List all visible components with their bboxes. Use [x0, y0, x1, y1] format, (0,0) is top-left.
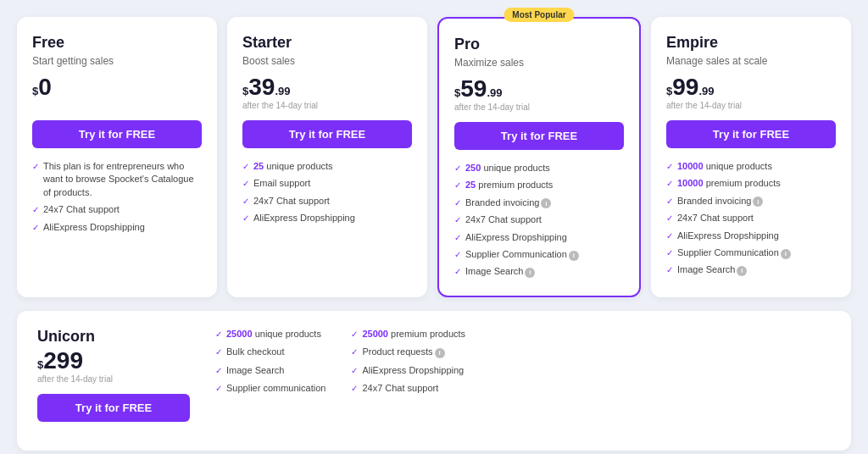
price-amount: 0 [38, 75, 52, 99]
plan-name-starter: Starter [242, 34, 412, 52]
price-amount: 99 [672, 75, 698, 99]
price-note: after the 14-day trial [242, 101, 412, 110]
check-icon: ✓ [32, 161, 39, 173]
feature-text: 24x7 Chat support [465, 213, 542, 226]
price-amount: 39 [248, 75, 275, 99]
check-icon: ✓ [666, 264, 673, 276]
feature-item: ✓24x7 Chat support [666, 212, 836, 224]
feature-item: ✓Image Searchi [454, 265, 624, 278]
unicorn-cta-button[interactable]: Try it for FREE [37, 394, 190, 422]
feature-text: Supplier Communicationi [677, 246, 791, 259]
check-icon: ✓ [351, 365, 358, 377]
feature-item: ✓Image Searchi [666, 263, 836, 276]
unicorn-dollar: $ [37, 359, 43, 370]
feature-item: ✓Branded invoicingi [666, 195, 836, 208]
cta-button-empire[interactable]: Try it for FREE [666, 120, 836, 148]
info-icon[interactable]: i [737, 266, 747, 276]
feature-text: 250 unique products [465, 162, 550, 174]
info-icon[interactable]: i [569, 251, 579, 261]
unicorn-left-section: Unicorn $ 299 after the 14-day trial Try… [37, 328, 190, 434]
info-icon[interactable]: i [753, 197, 763, 207]
price-cents: .99 [698, 85, 714, 97]
feature-item: ✓AliExpress Dropshipping [454, 231, 624, 244]
feature-list-pro: ✓250 unique products✓25 premium products… [454, 162, 624, 279]
price-note [32, 101, 202, 110]
price-dollar: $ [666, 86, 672, 97]
feature-item: ✓Supplier Communicationi [666, 246, 836, 259]
feature-item: ✓Supplier Communicationi [454, 248, 624, 261]
most-popular-badge: Most Popular [504, 8, 574, 22]
price-dollar: $ [454, 87, 460, 98]
check-icon: ✓ [351, 329, 358, 340]
feature-text: This plan is for entrepreneurs who want … [43, 160, 202, 199]
check-icon: ✓ [32, 204, 39, 216]
highlight-text: 10000 [677, 178, 704, 188]
feature-item: ✓Email support [242, 177, 412, 190]
feature-text: Supplier Communicationi [465, 248, 579, 261]
unicorn-features-col1: ✓25000 unique products✓Bulk checkout✓Ima… [215, 328, 326, 396]
feature-item: ✓24x7 Chat support [242, 195, 412, 208]
feature-item: ✓24x7 Chat support [454, 213, 624, 226]
price-note: after the 14-day trial [454, 102, 624, 112]
plan-name-empire: Empire [666, 34, 836, 52]
feature-text: Image Searchi [677, 263, 747, 276]
cta-button-pro[interactable]: Try it for FREE [454, 122, 624, 150]
check-icon: ✓ [351, 346, 358, 358]
info-icon[interactable]: i [781, 249, 791, 259]
plan-tagline-empire: Manage sales at scale [666, 55, 836, 67]
check-icon: ✓ [454, 232, 461, 244]
feature-text: 24x7 Chat support [253, 195, 330, 208]
check-icon: ✓ [454, 180, 461, 191]
unicorn-price-note: after the 14-day trial [37, 374, 190, 384]
info-icon[interactable]: i [525, 268, 535, 278]
feature-item: ✓AliExpress Dropshipping [666, 230, 836, 242]
info-icon[interactable]: i [435, 348, 445, 358]
price-note: after the 14-day trial [666, 101, 836, 110]
cta-button-free[interactable]: Try it for FREE [32, 120, 202, 148]
check-icon: ✓ [215, 365, 222, 377]
feature-text: 25000 premium products [362, 328, 465, 340]
check-icon: ✓ [242, 213, 249, 224]
highlight-text: 25000 [226, 329, 253, 339]
highlight-text: 250 [465, 163, 481, 173]
check-icon: ✓ [666, 178, 673, 190]
feature-text: 24x7 Chat support [362, 382, 438, 395]
feature-item: ✓250 unique products [454, 162, 624, 174]
check-icon: ✓ [32, 222, 39, 234]
feature-text: 24x7 Chat support [677, 212, 754, 224]
feature-list-empire: ✓10000 unique products✓10000 premium pro… [666, 160, 836, 277]
feature-text: AliExpress Dropshipping [465, 231, 567, 244]
feature-text: Image Searchi [465, 265, 535, 278]
price-cents: .99 [487, 86, 502, 99]
feature-item: ✓25 unique products [242, 160, 412, 173]
unicorn-card: Unicorn $ 299 after the 14-day trial Try… [17, 311, 851, 451]
plan-name-free: Free [32, 34, 202, 52]
info-icon[interactable]: i [541, 198, 551, 208]
feature-item: ✓Image Search [215, 364, 326, 377]
plan-card-empire: EmpireManage sales at scale$99.99after t… [651, 17, 851, 297]
check-icon: ✓ [666, 230, 673, 242]
feature-item: ✓AliExpress Dropshipping [242, 212, 412, 224]
feature-list-free: ✓This plan is for entrepreneurs who want… [32, 160, 202, 234]
price-dollar: $ [32, 86, 38, 97]
plan-tagline-pro: Maximize sales [454, 57, 624, 69]
feature-text: AliExpress Dropshipping [253, 212, 355, 224]
feature-text: Bulk checkout [226, 346, 284, 358]
price-cents: .99 [275, 85, 290, 97]
check-icon: ✓ [454, 266, 461, 278]
feature-text: AliExpress Dropshipping [677, 230, 779, 242]
plan-tagline-starter: Boost sales [242, 55, 412, 67]
plan-card-starter: StarterBoost sales$39.99after the 14-day… [227, 17, 427, 297]
feature-text: Product requestsi [362, 346, 444, 358]
plan-card-pro: Most PopularProMaximize sales$59.99after… [437, 17, 641, 297]
feature-item: ✓10000 premium products [666, 177, 836, 190]
cta-button-starter[interactable]: Try it for FREE [242, 120, 412, 148]
feature-text: 25 unique products [253, 160, 333, 173]
feature-item: ✓Supplier communication [215, 382, 326, 395]
feature-text: 25 premium products [465, 179, 553, 191]
price-row-free: $0 [32, 75, 202, 99]
check-icon: ✓ [454, 163, 461, 174]
unicorn-price-row: $ 299 [37, 349, 190, 373]
check-icon: ✓ [242, 178, 249, 190]
unicorn-features-section: ✓25000 unique products✓Bulk checkout✓Ima… [215, 328, 831, 396]
